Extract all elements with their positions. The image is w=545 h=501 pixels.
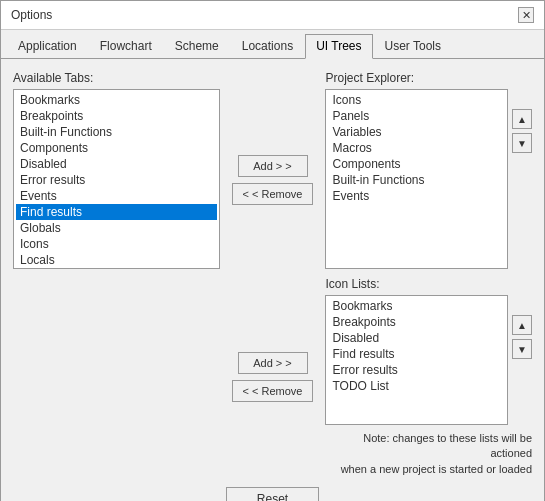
remove-from-project-explorer-button[interactable]: < < Remove [232,183,314,205]
list-item[interactable]: Built-in Functions [328,172,505,188]
options-window: Options ✕ Application Flowchart Scheme L… [0,0,545,501]
spacer-left [13,277,220,477]
add-to-icon-lists-button[interactable]: Add > > [238,352,308,374]
list-item[interactable]: Built-in Functions [16,124,217,140]
project-explorer-list[interactable]: Icons Panels Variables Macros Components… [325,89,508,269]
list-item[interactable]: Locals [16,252,217,268]
icon-lists-list[interactable]: Bookmarks Breakpoints Disabled Find resu… [325,295,508,425]
top-row: Available Tabs: Bookmarks Breakpoints Bu… [13,71,532,269]
bottom-row: Add > > < < Remove Icon Lists: Bookmarks… [13,277,532,477]
list-item[interactable]: Macros [16,268,217,269]
reset-button[interactable]: Reset [226,487,319,501]
list-item[interactable]: Bookmarks [16,92,217,108]
list-item[interactable]: Events [328,188,505,204]
move-down-project-explorer-button[interactable]: ▼ [512,133,532,153]
list-item[interactable]: Macros [328,140,505,156]
list-item[interactable]: Disabled [328,330,505,346]
list-item[interactable]: Components [328,156,505,172]
close-button[interactable]: ✕ [518,7,534,23]
project-explorer-section: Project Explorer: Icons Panels Variables… [325,71,532,269]
list-item[interactable]: Disabled [16,156,217,172]
tab-scheme[interactable]: Scheme [164,34,230,58]
list-item[interactable]: Icons [16,236,217,252]
list-item[interactable]: Components [16,140,217,156]
list-item[interactable]: Bookmarks [328,298,505,314]
list-item[interactable]: Error results [328,362,505,378]
list-item[interactable]: Breakpoints [16,108,217,124]
bottom-transfer-buttons: Add > > < < Remove [228,277,318,477]
main-content: Available Tabs: Bookmarks Breakpoints Bu… [1,59,544,501]
list-item[interactable]: TODO List [328,378,505,394]
tab-locations[interactable]: Locations [231,34,304,58]
available-tabs-label: Available Tabs: [13,71,220,85]
project-explorer-label: Project Explorer: [325,71,532,85]
available-tabs-list[interactable]: Bookmarks Breakpoints Built-in Functions… [13,89,220,269]
list-item[interactable]: Find results [328,346,505,362]
list-item[interactable]: Panels [328,108,505,124]
available-tabs-section: Available Tabs: Bookmarks Breakpoints Bu… [13,71,220,269]
top-transfer-buttons: Add > > < < Remove [228,71,318,269]
add-to-project-explorer-button[interactable]: Add > > [238,155,308,177]
icon-lists-label: Icon Lists: [325,277,532,291]
move-up-icon-lists-button[interactable]: ▲ [512,315,532,335]
project-explorer-arrows: ▲ ▼ [512,89,532,153]
tab-application[interactable]: Application [7,34,88,58]
project-explorer-list-area: Icons Panels Variables Macros Components… [325,89,532,269]
icon-lists-list-area: Bookmarks Breakpoints Disabled Find resu… [325,295,532,425]
list-item[interactable]: Globals [16,220,217,236]
title-bar: Options ✕ [1,1,544,30]
note-text: Note: changes to these lists will be act… [325,431,532,477]
icon-lists-arrows: ▲ ▼ [512,295,532,359]
tab-flowchart[interactable]: Flowchart [89,34,163,58]
tab-bar: Application Flowchart Scheme Locations U… [1,30,544,59]
list-item-find-results[interactable]: Find results [16,204,217,220]
list-item[interactable]: Variables [328,124,505,140]
window-title: Options [11,8,52,22]
list-item[interactable]: Breakpoints [328,314,505,330]
remove-from-icon-lists-button[interactable]: < < Remove [232,380,314,402]
list-item[interactable]: Error results [16,172,217,188]
reset-row: Reset [13,487,532,501]
list-item[interactable]: Icons [328,92,505,108]
move-down-icon-lists-button[interactable]: ▼ [512,339,532,359]
move-up-project-explorer-button[interactable]: ▲ [512,109,532,129]
tab-ui-trees[interactable]: UI Trees [305,34,372,59]
list-item[interactable]: Events [16,188,217,204]
icon-lists-section: Icon Lists: Bookmarks Breakpoints Disabl… [325,277,532,477]
tab-user-tools[interactable]: User Tools [374,34,452,58]
